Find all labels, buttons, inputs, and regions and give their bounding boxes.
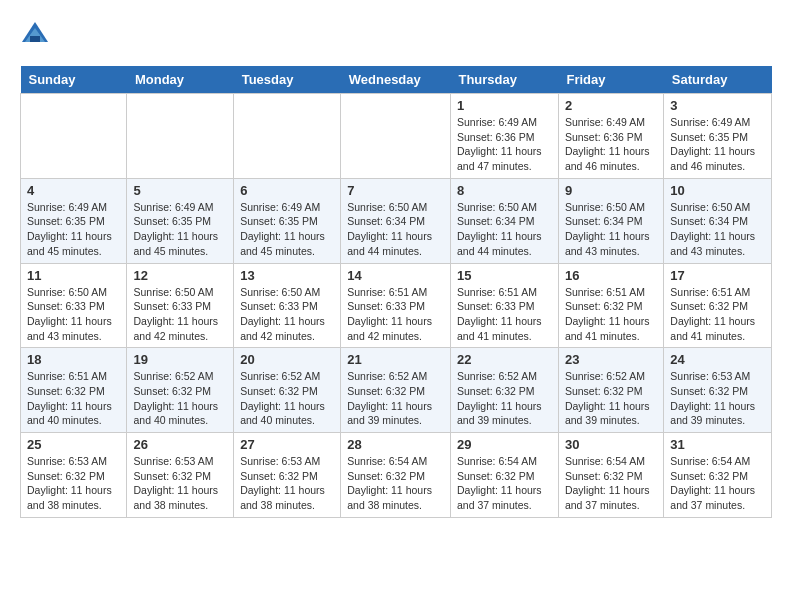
day-number: 24: [670, 352, 765, 367]
calendar-cell: 4Sunrise: 6:49 AM Sunset: 6:35 PM Daylig…: [21, 178, 127, 263]
day-info: Sunrise: 6:50 AM Sunset: 6:34 PM Dayligh…: [347, 200, 444, 259]
day-info: Sunrise: 6:49 AM Sunset: 6:35 PM Dayligh…: [27, 200, 120, 259]
day-number: 12: [133, 268, 227, 283]
day-number: 11: [27, 268, 120, 283]
day-number: 6: [240, 183, 334, 198]
day-info: Sunrise: 6:51 AM Sunset: 6:32 PM Dayligh…: [670, 285, 765, 344]
calendar-cell: 20Sunrise: 6:52 AM Sunset: 6:32 PM Dayli…: [234, 348, 341, 433]
calendar-week-row: 4Sunrise: 6:49 AM Sunset: 6:35 PM Daylig…: [21, 178, 772, 263]
calendar-cell: 23Sunrise: 6:52 AM Sunset: 6:32 PM Dayli…: [558, 348, 663, 433]
day-info: Sunrise: 6:50 AM Sunset: 6:34 PM Dayligh…: [670, 200, 765, 259]
calendar-cell: 18Sunrise: 6:51 AM Sunset: 6:32 PM Dayli…: [21, 348, 127, 433]
calendar-cell: 21Sunrise: 6:52 AM Sunset: 6:32 PM Dayli…: [341, 348, 451, 433]
calendar-cell: 8Sunrise: 6:50 AM Sunset: 6:34 PM Daylig…: [450, 178, 558, 263]
day-number: 23: [565, 352, 657, 367]
day-of-week-header: Saturday: [664, 66, 772, 94]
calendar-cell: 30Sunrise: 6:54 AM Sunset: 6:32 PM Dayli…: [558, 433, 663, 518]
calendar-cell: 25Sunrise: 6:53 AM Sunset: 6:32 PM Dayli…: [21, 433, 127, 518]
day-info: Sunrise: 6:50 AM Sunset: 6:33 PM Dayligh…: [240, 285, 334, 344]
calendar-cell: [21, 94, 127, 179]
day-info: Sunrise: 6:53 AM Sunset: 6:32 PM Dayligh…: [240, 454, 334, 513]
day-number: 10: [670, 183, 765, 198]
day-info: Sunrise: 6:49 AM Sunset: 6:36 PM Dayligh…: [565, 115, 657, 174]
day-of-week-header: Sunday: [21, 66, 127, 94]
day-info: Sunrise: 6:54 AM Sunset: 6:32 PM Dayligh…: [457, 454, 552, 513]
calendar-cell: 16Sunrise: 6:51 AM Sunset: 6:32 PM Dayli…: [558, 263, 663, 348]
day-info: Sunrise: 6:53 AM Sunset: 6:32 PM Dayligh…: [670, 369, 765, 428]
calendar-header-row: SundayMondayTuesdayWednesdayThursdayFrid…: [21, 66, 772, 94]
day-number: 19: [133, 352, 227, 367]
day-number: 9: [565, 183, 657, 198]
calendar-cell: 12Sunrise: 6:50 AM Sunset: 6:33 PM Dayli…: [127, 263, 234, 348]
calendar-cell: 14Sunrise: 6:51 AM Sunset: 6:33 PM Dayli…: [341, 263, 451, 348]
day-info: Sunrise: 6:52 AM Sunset: 6:32 PM Dayligh…: [240, 369, 334, 428]
day-of-week-header: Friday: [558, 66, 663, 94]
calendar-cell: 13Sunrise: 6:50 AM Sunset: 6:33 PM Dayli…: [234, 263, 341, 348]
calendar-cell: 17Sunrise: 6:51 AM Sunset: 6:32 PM Dayli…: [664, 263, 772, 348]
day-info: Sunrise: 6:51 AM Sunset: 6:33 PM Dayligh…: [347, 285, 444, 344]
calendar-cell: 6Sunrise: 6:49 AM Sunset: 6:35 PM Daylig…: [234, 178, 341, 263]
day-info: Sunrise: 6:50 AM Sunset: 6:33 PM Dayligh…: [133, 285, 227, 344]
day-number: 21: [347, 352, 444, 367]
day-info: Sunrise: 6:49 AM Sunset: 6:35 PM Dayligh…: [133, 200, 227, 259]
day-number: 2: [565, 98, 657, 113]
day-info: Sunrise: 6:54 AM Sunset: 6:32 PM Dayligh…: [347, 454, 444, 513]
calendar-cell: 22Sunrise: 6:52 AM Sunset: 6:32 PM Dayli…: [450, 348, 558, 433]
day-of-week-header: Thursday: [450, 66, 558, 94]
day-number: 1: [457, 98, 552, 113]
calendar-cell: 9Sunrise: 6:50 AM Sunset: 6:34 PM Daylig…: [558, 178, 663, 263]
day-number: 18: [27, 352, 120, 367]
day-number: 20: [240, 352, 334, 367]
day-info: Sunrise: 6:51 AM Sunset: 6:32 PM Dayligh…: [565, 285, 657, 344]
day-number: 17: [670, 268, 765, 283]
day-info: Sunrise: 6:52 AM Sunset: 6:32 PM Dayligh…: [457, 369, 552, 428]
day-number: 29: [457, 437, 552, 452]
day-info: Sunrise: 6:53 AM Sunset: 6:32 PM Dayligh…: [27, 454, 120, 513]
day-info: Sunrise: 6:52 AM Sunset: 6:32 PM Dayligh…: [565, 369, 657, 428]
day-number: 22: [457, 352, 552, 367]
day-info: Sunrise: 6:54 AM Sunset: 6:32 PM Dayligh…: [670, 454, 765, 513]
day-of-week-header: Tuesday: [234, 66, 341, 94]
calendar-cell: 7Sunrise: 6:50 AM Sunset: 6:34 PM Daylig…: [341, 178, 451, 263]
calendar-cell: 11Sunrise: 6:50 AM Sunset: 6:33 PM Dayli…: [21, 263, 127, 348]
day-info: Sunrise: 6:49 AM Sunset: 6:36 PM Dayligh…: [457, 115, 552, 174]
day-info: Sunrise: 6:53 AM Sunset: 6:32 PM Dayligh…: [133, 454, 227, 513]
day-info: Sunrise: 6:50 AM Sunset: 6:34 PM Dayligh…: [565, 200, 657, 259]
day-info: Sunrise: 6:52 AM Sunset: 6:32 PM Dayligh…: [347, 369, 444, 428]
calendar-cell: 27Sunrise: 6:53 AM Sunset: 6:32 PM Dayli…: [234, 433, 341, 518]
calendar-week-row: 25Sunrise: 6:53 AM Sunset: 6:32 PM Dayli…: [21, 433, 772, 518]
day-number: 8: [457, 183, 552, 198]
calendar-cell: 28Sunrise: 6:54 AM Sunset: 6:32 PM Dayli…: [341, 433, 451, 518]
day-number: 14: [347, 268, 444, 283]
day-number: 4: [27, 183, 120, 198]
calendar-cell: 24Sunrise: 6:53 AM Sunset: 6:32 PM Dayli…: [664, 348, 772, 433]
day-info: Sunrise: 6:54 AM Sunset: 6:32 PM Dayligh…: [565, 454, 657, 513]
day-info: Sunrise: 6:51 AM Sunset: 6:33 PM Dayligh…: [457, 285, 552, 344]
calendar-cell: 3Sunrise: 6:49 AM Sunset: 6:35 PM Daylig…: [664, 94, 772, 179]
day-number: 31: [670, 437, 765, 452]
day-info: Sunrise: 6:49 AM Sunset: 6:35 PM Dayligh…: [670, 115, 765, 174]
calendar-cell: 5Sunrise: 6:49 AM Sunset: 6:35 PM Daylig…: [127, 178, 234, 263]
day-number: 13: [240, 268, 334, 283]
day-info: Sunrise: 6:51 AM Sunset: 6:32 PM Dayligh…: [27, 369, 120, 428]
calendar-cell: 19Sunrise: 6:52 AM Sunset: 6:32 PM Dayli…: [127, 348, 234, 433]
calendar-cell: 1Sunrise: 6:49 AM Sunset: 6:36 PM Daylig…: [450, 94, 558, 179]
calendar-cell: 10Sunrise: 6:50 AM Sunset: 6:34 PM Dayli…: [664, 178, 772, 263]
day-info: Sunrise: 6:50 AM Sunset: 6:33 PM Dayligh…: [27, 285, 120, 344]
calendar-cell: 15Sunrise: 6:51 AM Sunset: 6:33 PM Dayli…: [450, 263, 558, 348]
day-number: 16: [565, 268, 657, 283]
day-number: 25: [27, 437, 120, 452]
calendar-cell: [234, 94, 341, 179]
logo: [20, 20, 54, 50]
calendar-table: SundayMondayTuesdayWednesdayThursdayFrid…: [20, 66, 772, 518]
day-info: Sunrise: 6:49 AM Sunset: 6:35 PM Dayligh…: [240, 200, 334, 259]
calendar-week-row: 18Sunrise: 6:51 AM Sunset: 6:32 PM Dayli…: [21, 348, 772, 433]
calendar-cell: [127, 94, 234, 179]
calendar-cell: 2Sunrise: 6:49 AM Sunset: 6:36 PM Daylig…: [558, 94, 663, 179]
calendar-cell: 26Sunrise: 6:53 AM Sunset: 6:32 PM Dayli…: [127, 433, 234, 518]
day-of-week-header: Monday: [127, 66, 234, 94]
day-number: 26: [133, 437, 227, 452]
day-number: 15: [457, 268, 552, 283]
day-info: Sunrise: 6:52 AM Sunset: 6:32 PM Dayligh…: [133, 369, 227, 428]
svg-rect-2: [30, 36, 40, 42]
